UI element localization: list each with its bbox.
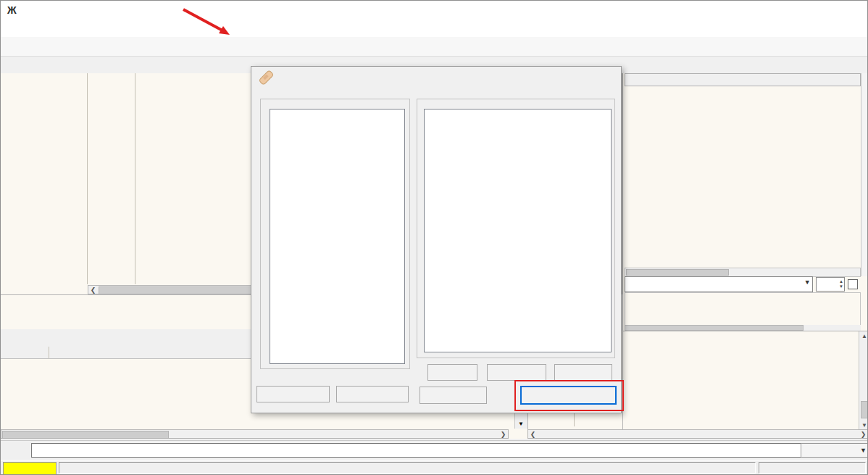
scroll-right-icon[interactable]: ❯ [498, 430, 508, 439]
module-list[interactable] [270, 109, 405, 364]
title-bar: Ж [1, 1, 867, 21]
divider [135, 73, 135, 284]
arguments-hscrollbar[interactable] [625, 325, 861, 331]
unlock-checkbox[interactable] [848, 279, 858, 289]
debug-time [759, 462, 866, 474]
patch-file-annotation-box [514, 380, 624, 411]
pick-groups-button[interactable] [420, 387, 487, 404]
debug-state-badge [3, 462, 57, 475]
scroll-left-icon[interactable]: ❮ [528, 430, 538, 439]
toolbar [1, 37, 867, 57]
chevron-down-icon: ▼ [860, 444, 867, 457]
restore-selection-button[interactable] [554, 364, 612, 381]
x32dbg-window: Ж ❮ ❯ ▼ [0, 0, 868, 475]
dump-hscrollbar[interactable]: ❯ [1, 429, 509, 439]
scroll-down-icon[interactable]: ▼ [515, 420, 527, 429]
command-history-select[interactable]: ▼ [801, 443, 868, 458]
patch-dialog [251, 66, 622, 413]
registers-pane[interactable]: ▼ ▲ ▼ [622, 73, 868, 331]
info-vscrollbar[interactable]: ▲ ▼ [859, 331, 868, 430]
dialog-close-icon[interactable] [599, 70, 615, 83]
arguments-view[interactable] [625, 292, 861, 326]
app-bug-icon: Ж [7, 4, 17, 16]
spinner-down-icon[interactable]: ▼ [839, 284, 843, 289]
patch-icon [259, 70, 275, 86]
import-button[interactable] [256, 386, 330, 402]
export-button[interactable] [336, 386, 409, 402]
status-message [59, 462, 756, 474]
menu-bar [1, 21, 867, 37]
patch-dialog-titlebar[interactable] [251, 67, 621, 87]
registers-vscrollbar[interactable] [861, 73, 868, 276]
bottom-hscrollbar[interactable]: ❮ ❯ [527, 429, 868, 439]
divider [87, 73, 88, 284]
command-bar: ▼ [1, 440, 867, 460]
scroll-right-icon[interactable]: ❯ [859, 430, 868, 439]
deselect-all-button[interactable] [487, 364, 546, 381]
scroll-down-icon[interactable]: ▼ [861, 422, 867, 429]
scroll-left-icon[interactable]: ❮ [88, 286, 98, 294]
arg-depth-spinner[interactable]: ▲ ▼ [816, 277, 845, 292]
spinner-up-icon[interactable]: ▲ [839, 279, 843, 284]
hide-fpu-button[interactable] [625, 73, 861, 86]
status-bar [1, 460, 867, 475]
chevron-down-icon: ▼ [806, 278, 809, 286]
info-notes-pane[interactable]: ▲ ▼ [622, 331, 868, 430]
select-all-button[interactable] [427, 364, 477, 381]
calling-convention-select[interactable]: ▼ [625, 276, 813, 292]
patch-list[interactable] [424, 109, 612, 352]
command-input[interactable] [31, 443, 802, 458]
scroll-up-icon[interactable]: ▲ [861, 333, 867, 339]
